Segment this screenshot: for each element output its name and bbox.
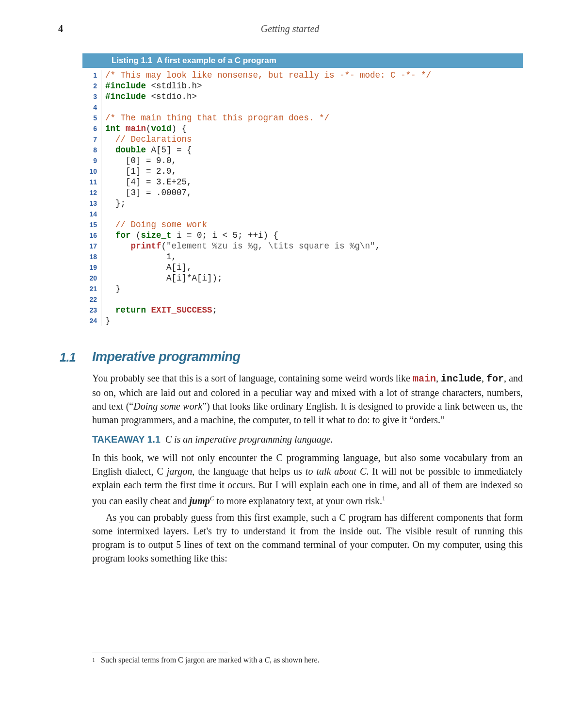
line-number: 7 [82, 134, 97, 145]
paragraph-3: As you can probably guess from this firs… [92, 511, 523, 565]
paragraph-2: In this book, we will not only encounter… [92, 451, 523, 508]
code-line: for (size_t i = 0; i < 5; ++i) { [105, 230, 431, 241]
code-line: [1] = 2.9, [105, 166, 431, 177]
paragraph-1: You probably see that this is a sort of … [92, 371, 523, 427]
code-line: A[i], [105, 262, 431, 273]
code-line: [4] = 3.E+25, [105, 177, 431, 187]
code-line: } [105, 283, 431, 294]
code-line: [0] = 9.0, [105, 155, 431, 166]
book-page: 4 Getting started Listing 1.1 A first ex… [0, 0, 580, 728]
line-number: 24 [82, 315, 97, 326]
code-line: int main(void) { [105, 123, 431, 134]
line-number: 2 [82, 81, 97, 91]
code-line: printf("element %zu is %g, \tits square … [105, 241, 431, 251]
code-line: // Doing some work [105, 219, 431, 230]
takeaway: TAKEAWAY 1.1 C is an imperative programm… [92, 432, 523, 446]
line-number: 23 [82, 305, 97, 315]
line-number: 17 [82, 241, 97, 251]
line-number: 21 [82, 283, 97, 294]
line-number: 3 [82, 91, 97, 102]
line-number: 12 [82, 187, 97, 198]
takeaway-label: TAKEAWAY 1.1 [92, 434, 161, 445]
code-line: i, [105, 251, 431, 262]
line-number: 11 [82, 177, 97, 187]
line-number: 15 [82, 219, 97, 230]
running-header: Getting started [0, 23, 580, 34]
section-number: 1.1 [60, 350, 76, 364]
code-area: 123456789101112131415161718192021222324 … [82, 68, 523, 326]
line-number: 16 [82, 230, 97, 241]
line-number: 20 [82, 273, 97, 283]
listing-header: Listing 1.1 A first example of a C progr… [82, 53, 523, 68]
footnote-area: 1 Such special terms from C jargon are m… [92, 652, 523, 665]
line-number: 8 [82, 145, 97, 155]
line-number: 18 [82, 251, 97, 262]
footnote-number: 1 [92, 655, 101, 665]
code-line [105, 294, 431, 305]
takeaway-text: C is an imperative programming language. [165, 434, 333, 445]
listing-title: A first example of a C program [157, 56, 276, 65]
code-line: /* The main thing that this program does… [105, 113, 431, 123]
line-number: 9 [82, 155, 97, 166]
code-line: [3] = .00007, [105, 187, 431, 198]
code-line: #include <stdio.h> [105, 91, 431, 102]
code-line: // Declarations [105, 134, 431, 145]
line-gutter: 123456789101112131415161718192021222324 [82, 70, 101, 326]
section-title: Imperative programming [92, 349, 523, 364]
line-number: 4 [82, 102, 97, 113]
gutter-rule [101, 70, 101, 326]
line-number: 14 [82, 209, 97, 219]
code-line: A[i]*A[i]); [105, 273, 431, 283]
code-line: double A[5] = { [105, 145, 431, 155]
code-body: /* This may look like nonsense, but real… [105, 70, 431, 326]
line-number: 10 [82, 166, 97, 177]
footnote-text: Such special terms from C jargon are mar… [101, 655, 320, 665]
code-line [105, 209, 431, 219]
line-number: 13 [82, 198, 97, 209]
code-line: } [105, 315, 431, 326]
code-line: #include <stdlib.h> [105, 81, 431, 91]
code-listing: Listing 1.1 A first example of a C progr… [82, 53, 523, 326]
body-text: 1.1 Imperative programming You probably … [92, 349, 523, 568]
line-number: 22 [82, 294, 97, 305]
line-number: 1 [82, 70, 97, 81]
line-number: 6 [82, 123, 97, 134]
code-line: return EXIT_SUCCESS; [105, 305, 431, 315]
line-number: 19 [82, 262, 97, 273]
code-line [105, 102, 431, 113]
footnote-rule [92, 652, 228, 652]
line-number: 5 [82, 113, 97, 123]
code-line: /* This may look like nonsense, but real… [105, 70, 431, 81]
code-line: }; [105, 198, 431, 209]
listing-label: Listing 1.1 [112, 56, 152, 65]
